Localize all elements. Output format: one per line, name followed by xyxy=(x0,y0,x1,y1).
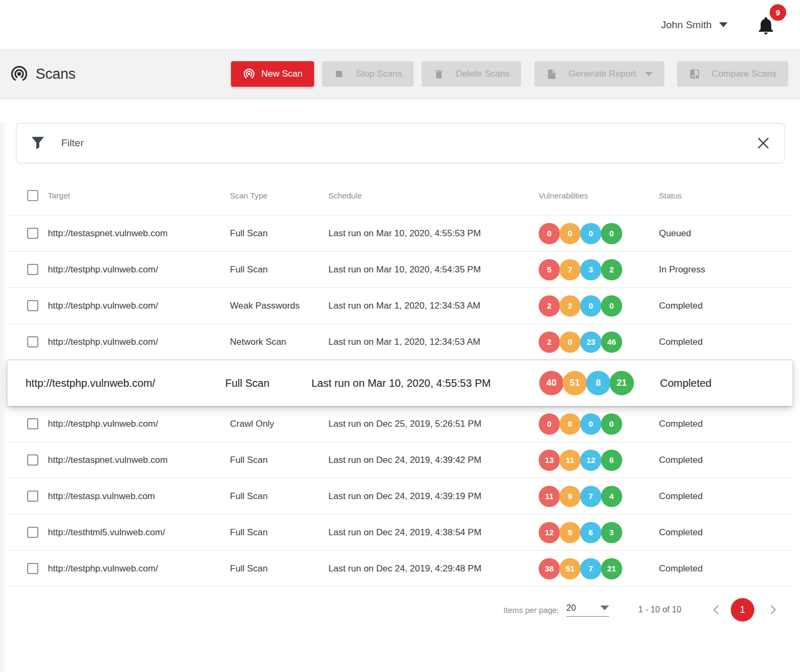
scan-status: Completed xyxy=(659,455,793,466)
medium-severity-badge: 0 xyxy=(559,331,581,353)
notification-count-badge: 9 xyxy=(770,4,786,21)
scan-schedule: Last run on Dec 24, 2019, 4:39:19 PM xyxy=(328,491,539,502)
info-severity-badge: 3 xyxy=(601,522,622,543)
row-checkbox[interactable] xyxy=(27,454,38,466)
high-severity-badge: 2 xyxy=(539,295,560,317)
scan-schedule: Last run on Dec 25, 2019, 5:26:51 PM xyxy=(328,419,539,429)
vulnerability-badges: 12 5 6 3 xyxy=(539,522,659,543)
scan-type: Full Scan xyxy=(230,228,328,239)
medium-severity-badge: 5 xyxy=(559,522,581,543)
scan-type: Full Scan xyxy=(225,377,311,389)
scan-status: Completed xyxy=(659,491,793,502)
table-header-row: Target Scan Type Schedule Vulnerabilitie… xyxy=(7,176,793,215)
medium-severity-badge: 0 xyxy=(559,413,581,435)
row-checkbox[interactable] xyxy=(27,527,38,538)
low-severity-badge: 12 xyxy=(580,450,601,471)
scan-target: http://testphp.vulnweb.com/ xyxy=(48,301,230,311)
row-checkbox[interactable] xyxy=(27,264,38,275)
compare-scans-button[interactable]: Compare Scans xyxy=(677,61,788,87)
high-severity-badge: 11 xyxy=(539,486,560,507)
high-severity-badge: 12 xyxy=(539,522,560,543)
table-row[interactable]: http://testasp.vulnweb.com Full Scan Las… xyxy=(7,478,793,515)
low-severity-badge: 0 xyxy=(580,223,601,244)
scan-type: Full Scan xyxy=(230,264,328,275)
table-row[interactable]: http://testphp.vulnweb.com/ Weak Passwor… xyxy=(7,288,793,324)
table-row[interactable]: http://testhtml5.vulnweb.com/ Full Scan … xyxy=(7,515,793,551)
scan-status: Completed xyxy=(659,527,793,538)
vulnerability-badges: 38 51 7 21 xyxy=(539,558,659,579)
select-all-checkbox[interactable] xyxy=(27,190,38,201)
vulnerability-badges: 2 0 23 46 xyxy=(539,331,659,353)
new-scan-button[interactable]: New Scan xyxy=(231,61,314,87)
scan-status: In Progress xyxy=(659,264,793,275)
column-header-scan-type[interactable]: Scan Type xyxy=(230,191,328,200)
scan-type: Full Scan xyxy=(230,455,328,466)
scan-target: http://testphp.vulnweb.com/ xyxy=(48,264,230,275)
delete-scans-button[interactable]: Delete Scans xyxy=(422,61,521,87)
table-row-hovered[interactable]: http://testphp.vulnweb.com/ Full Scan La… xyxy=(7,360,793,406)
chevron-down-icon xyxy=(719,22,728,27)
vulnerability-badges: 13 11 12 6 xyxy=(539,450,659,471)
vulnerability-badges: 40 51 8 21 xyxy=(539,371,660,395)
column-header-vulnerabilities[interactable]: Vulnerabilities xyxy=(539,191,659,200)
filter-bar[interactable]: Filter xyxy=(16,123,785,163)
next-page-button[interactable] xyxy=(767,604,779,616)
scan-target: http://testasp.vulnweb.com xyxy=(48,491,230,502)
row-checkbox[interactable] xyxy=(27,336,38,347)
main-content: Filter Target Scan Type Schedule Vulnera… xyxy=(0,123,800,672)
filter-funnel-icon xyxy=(30,136,45,151)
close-icon[interactable] xyxy=(756,136,770,150)
row-checkbox[interactable] xyxy=(27,300,38,311)
chevron-right-icon xyxy=(767,604,779,616)
high-severity-badge: 38 xyxy=(539,558,560,579)
info-severity-badge: 2 xyxy=(601,259,622,280)
high-severity-badge: 0 xyxy=(539,223,560,244)
items-per-page-select[interactable]: 20 xyxy=(566,603,609,617)
info-severity-badge: 21 xyxy=(609,371,634,395)
medium-severity-badge: 7 xyxy=(559,259,581,280)
scans-table: Target Scan Type Schedule Vulnerabilitie… xyxy=(7,176,793,587)
user-name: John Smith xyxy=(661,19,712,31)
info-severity-badge: 0 xyxy=(601,413,622,435)
notifications-button[interactable]: 9 xyxy=(755,12,780,38)
scan-status: Completed xyxy=(660,377,793,389)
row-checkbox[interactable] xyxy=(27,228,38,239)
medium-severity-badge: 2 xyxy=(559,295,581,317)
current-page-button[interactable]: 1 xyxy=(731,598,754,621)
low-severity-badge: 7 xyxy=(580,558,601,579)
scan-schedule: Last run on Mar 1, 2020, 12:34:53 AM xyxy=(328,301,539,311)
low-severity-badge: 8 xyxy=(586,371,611,395)
column-header-schedule[interactable]: Schedule xyxy=(328,191,539,200)
generate-report-button[interactable]: Generate Report xyxy=(534,61,664,87)
table-row[interactable]: http://testphp.vulnweb.com/ Full Scan La… xyxy=(7,551,793,587)
previous-page-button[interactable] xyxy=(711,604,722,616)
table-row[interactable]: http://testaspnet.vulnweb.com Full Scan … xyxy=(7,215,793,252)
scan-target: http://testphp.vulnweb.com/ xyxy=(26,377,225,389)
user-menu[interactable]: John Smith xyxy=(661,19,728,31)
table-row[interactable]: http://testaspnet.vulnweb.com Full Scan … xyxy=(7,442,793,478)
row-checkbox[interactable] xyxy=(27,418,38,429)
vulnerability-badges: 2 2 0 0 xyxy=(539,295,659,317)
vulnerability-badges: 11 9 7 4 xyxy=(539,486,659,507)
info-severity-badge: 0 xyxy=(601,223,622,244)
medium-severity-badge: 0 xyxy=(559,223,581,244)
row-checkbox[interactable] xyxy=(27,563,38,574)
items-per-page-label: Items per page: xyxy=(504,605,559,615)
table-row[interactable]: http://testphp.vulnweb.com/ Crawl Only L… xyxy=(7,406,793,442)
scan-target: http://testhtml5.vulnweb.com/ xyxy=(48,527,230,538)
table-row[interactable]: http://testphp.vulnweb.com/ Full Scan La… xyxy=(7,252,793,288)
pagination-bar: Items per page: 20 1 - 10 of 10 1 xyxy=(0,598,779,622)
scan-schedule: Last run on Mar 10, 2020, 4:55:53 PM xyxy=(328,228,539,239)
scans-toolbar: Scans New Scan Stop Scans Delete Scans G… xyxy=(0,49,800,98)
info-severity-badge: 0 xyxy=(601,295,622,317)
scan-schedule: Last run on Dec 24, 2019, 4:29:48 PM xyxy=(328,563,539,574)
column-header-target[interactable]: Target xyxy=(48,191,230,200)
scan-schedule: Last run on Mar 10, 2020, 4:54:35 PM xyxy=(328,264,539,275)
column-header-status[interactable]: Status xyxy=(659,191,793,200)
chevron-left-icon xyxy=(711,604,722,616)
scan-target: http://testphp.vulnweb.com/ xyxy=(48,337,230,347)
stop-scans-button[interactable]: Stop Scans xyxy=(322,61,414,87)
table-row[interactable]: http://testphp.vulnweb.com/ Network Scan… xyxy=(7,324,793,360)
row-checkbox[interactable] xyxy=(27,491,38,502)
stop-icon xyxy=(334,69,344,79)
